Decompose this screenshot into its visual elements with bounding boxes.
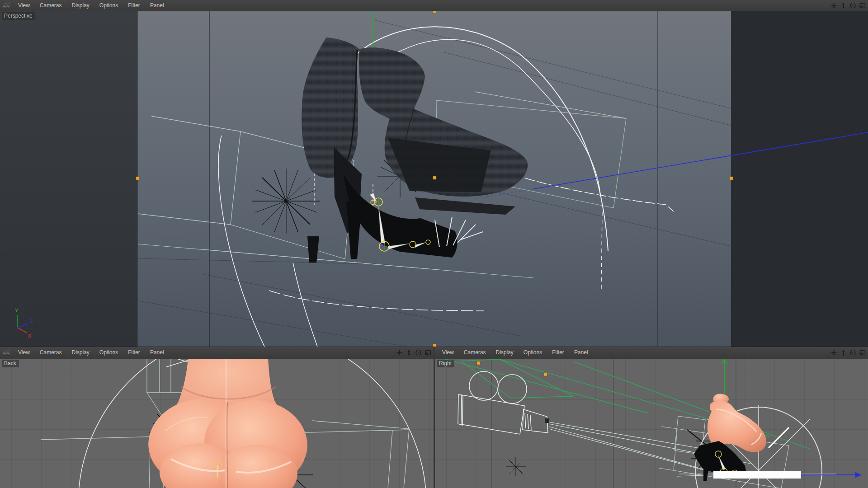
y-axis-label: Y bbox=[15, 308, 19, 313]
ortho-grid bbox=[435, 359, 868, 488]
pan-view-icon[interactable] bbox=[396, 349, 403, 357]
viewport-label-right[interactable]: Right bbox=[437, 360, 454, 367]
panel-grip-icon[interactable] bbox=[2, 3, 11, 8]
menu-filter[interactable]: Filter bbox=[123, 349, 145, 356]
viewport-tool-group bbox=[396, 349, 434, 357]
menu-display[interactable]: Display bbox=[66, 349, 94, 356]
z-axis-label: Z bbox=[30, 319, 33, 324]
menu-display[interactable]: Display bbox=[491, 349, 518, 356]
panel-grip-icon[interactable] bbox=[2, 350, 11, 355]
menu-options[interactable]: Options bbox=[94, 349, 123, 356]
menu-filter[interactable]: Filter bbox=[547, 349, 569, 356]
toggle-view-icon[interactable] bbox=[859, 349, 866, 357]
menu-options[interactable]: Options bbox=[519, 349, 547, 356]
viewport-label-back[interactable]: Back bbox=[2, 360, 19, 367]
rotate-view-icon[interactable] bbox=[849, 349, 857, 357]
pan-view-icon[interactable] bbox=[830, 349, 838, 357]
back-menubar: View Cameras Display Options Filter Pane… bbox=[0, 347, 434, 358]
menu-panel[interactable]: Panel bbox=[145, 349, 169, 356]
perspective-viewport[interactable]: Y X Z Perspective bbox=[0, 11, 868, 347]
menu-options[interactable]: Options bbox=[94, 2, 123, 9]
black-heel-shoe[interactable] bbox=[307, 138, 515, 263]
menu-view[interactable]: View bbox=[13, 349, 35, 356]
menu-view[interactable]: View bbox=[437, 349, 459, 356]
menu-filter[interactable]: Filter bbox=[123, 2, 145, 9]
viewport-tool-group bbox=[830, 349, 868, 357]
star-null-left[interactable] bbox=[252, 169, 320, 234]
menu-view[interactable]: View bbox=[13, 2, 35, 9]
back-viewport[interactable]: Back bbox=[0, 359, 434, 488]
menu-cameras[interactable]: Cameras bbox=[459, 349, 491, 356]
x-axis-label: X bbox=[28, 333, 32, 338]
toggle-view-icon[interactable] bbox=[424, 349, 432, 357]
perspective-menubar: View Cameras Display Options Filter Pane… bbox=[0, 0, 868, 11]
menu-cameras[interactable]: Cameras bbox=[35, 2, 67, 9]
edge-on-plane-bar[interactable] bbox=[713, 471, 801, 479]
pan-view-icon[interactable] bbox=[830, 2, 838, 9]
dolly-zoom-icon[interactable] bbox=[840, 349, 847, 357]
rotate-view-icon[interactable] bbox=[849, 2, 857, 9]
menu-display[interactable]: Display bbox=[66, 2, 94, 9]
rotate-view-icon[interactable] bbox=[415, 349, 422, 357]
toggle-view-icon[interactable] bbox=[859, 2, 866, 9]
spline-cage-wireframe[interactable] bbox=[138, 92, 626, 278]
dolly-zoom-icon[interactable] bbox=[840, 2, 847, 9]
application-window: View Cameras Display Options Filter Pane… bbox=[0, 0, 868, 488]
right-viewport[interactable]: Right bbox=[435, 359, 868, 488]
plane-selection-handles[interactable] bbox=[136, 11, 733, 347]
bottom-menubars: View Cameras Display Options Filter Pane… bbox=[0, 347, 868, 358]
menu-panel[interactable]: Panel bbox=[145, 2, 169, 9]
right-menubar: View Cameras Display Options Filter Pane… bbox=[434, 347, 868, 358]
dolly-zoom-icon[interactable] bbox=[405, 349, 413, 357]
menu-cameras[interactable]: Cameras bbox=[35, 349, 67, 356]
viewport-tool-group bbox=[830, 2, 868, 9]
viewport-label-perspective[interactable]: Perspective bbox=[2, 12, 35, 20]
menu-panel[interactable]: Panel bbox=[569, 349, 593, 356]
